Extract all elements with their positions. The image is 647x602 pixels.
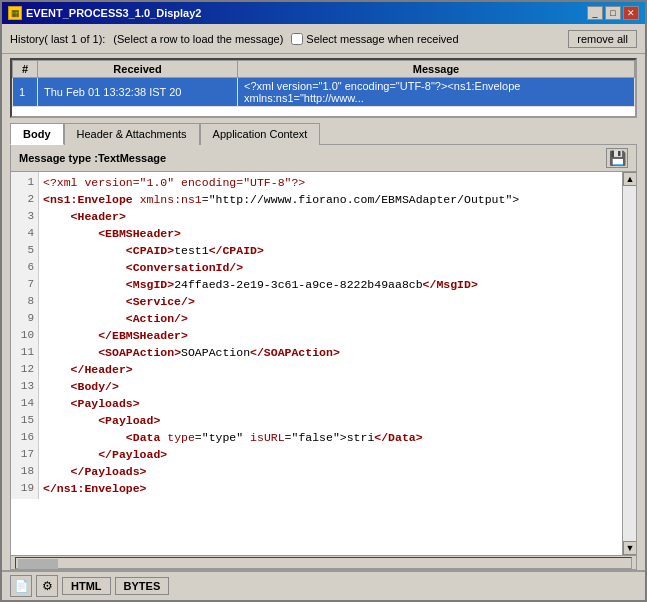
cell-received: Thu Feb 01 13:32:38 IST 20 <box>38 78 238 107</box>
code-line-14: <Payloads> <box>43 395 618 412</box>
select-row-label: (Select a row to load the message) <box>113 33 283 45</box>
tab-content: Message type :TextMessage 💾 1 2 3 4 5 6 <box>10 144 637 570</box>
message-table: # Received Message 1 Thu Feb 01 13:32:38… <box>12 60 635 107</box>
select-message-checkbox-label[interactable]: Select message when received <box>291 33 458 45</box>
title-bar-left: ▦ EVENT_PROCESS3_1.0_Display2 <box>8 6 201 20</box>
message-type-label: Message type :TextMessage <box>19 152 166 164</box>
settings-button[interactable]: ⚙ <box>36 575 58 597</box>
line-num-11: 11 <box>15 344 34 361</box>
code-line-8: <Service/> <box>43 293 618 310</box>
scroll-down-arrow[interactable]: ▼ <box>623 541 636 555</box>
window-title: EVENT_PROCESS3_1.0_Display2 <box>26 7 201 19</box>
col-header-message: Message <box>238 61 635 78</box>
minimize-button[interactable]: _ <box>587 6 603 20</box>
cell-num: 1 <box>13 78 38 107</box>
message-table-container: # Received Message 1 Thu Feb 01 13:32:38… <box>10 58 637 118</box>
line-num-9: 9 <box>15 310 34 327</box>
tab-application-context[interactable]: Application Context <box>200 123 321 145</box>
html-button[interactable]: HTML <box>62 577 111 595</box>
code-area[interactable]: 1 2 3 4 5 6 7 8 9 10 11 12 13 <box>11 172 622 555</box>
line-num-16: 16 <box>15 429 34 446</box>
line-num-17: 17 <box>15 446 34 463</box>
line-num-5: 5 <box>15 242 34 259</box>
line-num-7: 7 <box>15 276 34 293</box>
code-line-1: <?xml version="1.0" encoding="UTF-8"?> <box>43 174 618 191</box>
line-num-6: 6 <box>15 259 34 276</box>
code-line-5: <CPAID>test1</CPAID> <box>43 242 618 259</box>
code-line-9: <Action/> <box>43 310 618 327</box>
line-num-4: 4 <box>15 225 34 242</box>
code-line-18: </Payloads> <box>43 463 618 480</box>
window-icon: ▦ <box>8 6 22 20</box>
code-line-17: </Payload> <box>43 446 618 463</box>
code-line-15: <Payload> <box>43 412 618 429</box>
maximize-button[interactable]: □ <box>605 6 621 20</box>
code-line-10: </EBMSHeader> <box>43 327 618 344</box>
close-button[interactable]: ✕ <box>623 6 639 20</box>
line-num-12: 12 <box>15 361 34 378</box>
table-row[interactable]: 1 Thu Feb 01 13:32:38 IST 20 <?xml versi… <box>13 78 635 107</box>
title-buttons: _ □ ✕ <box>587 6 639 20</box>
code-line-11: <SOAPAction>SOAPAction</SOAPAction> <box>43 344 618 361</box>
scroll-track[interactable] <box>623 186 636 541</box>
line-num-3: 3 <box>15 208 34 225</box>
code-line-7: <MsgID>24ffaed3-2e19-3c61-a9ce-8222b49aa… <box>43 276 618 293</box>
toolbar: History( last 1 of 1): (Select a row to … <box>2 24 645 54</box>
code-line-16: <Data type="type" isURL="false">stri</Da… <box>43 429 618 446</box>
line-num-1: 1 <box>15 174 34 191</box>
checkbox-text: Select message when received <box>306 33 458 45</box>
code-line-12: </Header> <box>43 361 618 378</box>
remove-all-button[interactable]: remove all <box>568 30 637 48</box>
tab-header-attachments[interactable]: Header & Attachments <box>64 123 200 145</box>
h-scroll-thumb[interactable] <box>18 559 58 569</box>
code-line-2: <ns1:Envelope xmlns:ns1="http://wwww.fio… <box>43 191 618 208</box>
title-bar: ▦ EVENT_PROCESS3_1.0_Display2 _ □ ✕ <box>2 2 645 24</box>
cell-message: <?xml version="1.0" encoding="UTF-8"?><n… <box>238 78 635 107</box>
scroll-up-arrow[interactable]: ▲ <box>623 172 636 186</box>
line-num-19: 19 <box>15 480 34 497</box>
new-document-button[interactable]: 📄 <box>10 575 32 597</box>
line-numbers: 1 2 3 4 5 6 7 8 9 10 11 12 13 <box>11 172 39 499</box>
code-line-19: </ns1:Envelope> <box>43 480 618 497</box>
tabs-row: Body Header & Attachments Application Co… <box>10 122 637 144</box>
code-lines: 1 2 3 4 5 6 7 8 9 10 11 12 13 <box>11 172 622 499</box>
horizontal-scrollbar[interactable] <box>11 555 636 569</box>
tabs-container: Body Header & Attachments Application Co… <box>10 122 637 570</box>
vertical-scrollbar[interactable]: ▲ ▼ <box>622 172 636 555</box>
main-window: ▦ EVENT_PROCESS3_1.0_Display2 _ □ ✕ Hist… <box>0 0 647 602</box>
message-type-bar: Message type :TextMessage 💾 <box>11 145 636 172</box>
code-with-scroll: 1 2 3 4 5 6 7 8 9 10 11 12 13 <box>11 172 636 555</box>
code-content: <?xml version="1.0" encoding="UTF-8"?> <… <box>39 172 622 499</box>
line-num-14: 14 <box>15 395 34 412</box>
bottom-toolbar: 📄 ⚙ HTML BYTES <box>2 570 645 600</box>
save-button[interactable]: 💾 <box>606 148 628 168</box>
code-line-6: <ConversationId/> <box>43 259 618 276</box>
line-num-8: 8 <box>15 293 34 310</box>
line-num-2: 2 <box>15 191 34 208</box>
h-scroll-track[interactable] <box>15 557 632 569</box>
code-line-13: <Body/> <box>43 378 618 395</box>
bytes-button[interactable]: BYTES <box>115 577 170 595</box>
col-header-num: # <box>13 61 38 78</box>
code-line-4: <EBMSHeader> <box>43 225 618 242</box>
tab-body[interactable]: Body <box>10 123 64 145</box>
line-num-18: 18 <box>15 463 34 480</box>
line-num-13: 13 <box>15 378 34 395</box>
col-header-received: Received <box>38 61 238 78</box>
line-num-15: 15 <box>15 412 34 429</box>
line-num-10: 10 <box>15 327 34 344</box>
history-label: History( last 1 of 1): <box>10 33 105 45</box>
code-line-3: <Header> <box>43 208 618 225</box>
select-message-checkbox[interactable] <box>291 33 303 45</box>
